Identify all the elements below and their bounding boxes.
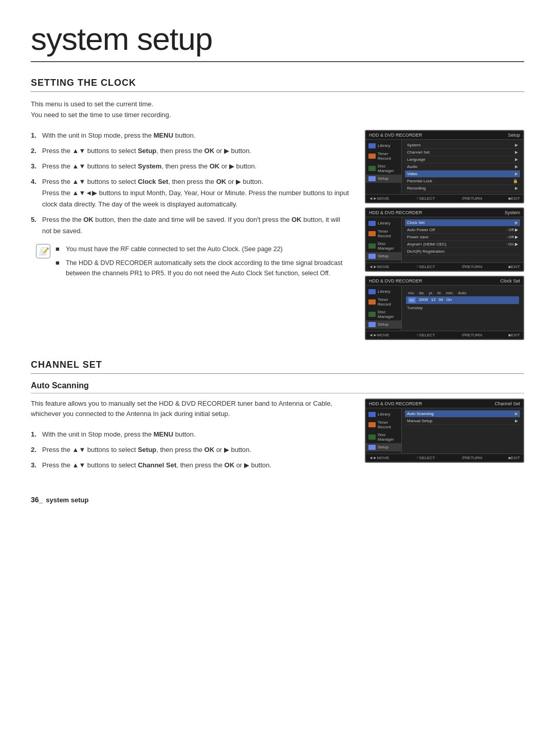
tv-screen-1-body: Library Timer Record Disc Manager S (366, 140, 523, 194)
tv-s4-timer-icon (368, 422, 376, 427)
tv-s1-row-channel: Channel Set▶ (405, 149, 520, 156)
tv-s1-footer-move: ◄►MOVE (369, 196, 389, 201)
tv-s3-val-on: On (447, 297, 452, 303)
footer-section-name: system setup (46, 496, 88, 504)
step-4-number: 4. (31, 176, 42, 210)
ch-step-2: 2. Press the ▲▼ buttons to select Setup,… (31, 444, 349, 456)
tv-s2-sidebar: Library Timer Record Disc Manager S (366, 217, 402, 262)
tv-screen-4-body: Library Timer Record Disc Manager S (366, 408, 523, 453)
tv-s4-row-auto: Auto Scanning▶ (405, 410, 520, 418)
tv-s4-header-right: Channel Set (494, 401, 520, 406)
tv-s3-footer-return: ↺RETURN (461, 333, 482, 337)
tv-s3-header-right: Clock Set (500, 278, 520, 284)
step-5: 5. Press the the OK button, then the dat… (31, 214, 349, 237)
step-2-number: 2. (31, 145, 42, 157)
tv-s3-val-2009: 2009 (419, 297, 428, 303)
tv-s4-timer: Timer Record (366, 419, 401, 431)
setting-clock-section: SETTING THE CLOCK This menu is used to s… (31, 78, 524, 344)
tv-s3-disc-icon (368, 312, 376, 317)
note-bullet-1: ■ (55, 244, 64, 255)
tv-s3-col-mo: mo. (408, 291, 415, 295)
tv-screen-1: HDD & DVD RECORDER Setup Library Timer R… (365, 130, 524, 203)
tv-s1-row-audio: Audio▶ (405, 163, 520, 171)
setting-clock-steps-col: 1. With the unit in Stop mode, press the… (31, 130, 349, 284)
tv-s1-footer-return: ↺RETURN (461, 196, 482, 201)
channel-set-content: This feature allows you to manually set … (31, 399, 524, 476)
ch-step-2-content: Press the ▲▼ buttons to select Setup, th… (42, 444, 349, 456)
tv-s3-footer: ◄►MOVE ☞SELECT ↺RETURN ■EXIT (366, 331, 523, 339)
tv-s2-setup-label: Setup (378, 254, 388, 258)
tv-s3-col-auto: Auto (458, 291, 466, 295)
note-1: ■ You must have the RF cable connected t… (55, 244, 349, 255)
tv-s2-content: Clock Set▶ Auto Power Off: Off ▶ Power s… (402, 217, 523, 262)
tv-s3-val-12: 12 (431, 297, 436, 303)
tv-s4-lib-label: Library (378, 412, 390, 417)
tv-s3-timer-icon (368, 299, 376, 305)
tv-s2-header-left: HDD & DVD RECORDER (369, 210, 422, 215)
tv-s3-values: 01 2009 12 00 On (406, 296, 519, 304)
intro-line-2: You need to set the time to use timer re… (31, 111, 171, 119)
tv-screen-4-header: HDD & DVD RECORDER Channel Set (366, 400, 523, 408)
tv-s3-footer-exit: ■EXIT (508, 333, 520, 337)
ch-step-1-number: 1. (31, 429, 42, 440)
note-2: ■ The HDD & DVD RECORDER automatically s… (55, 258, 349, 278)
tv-s1-timer-label: Timer Record (378, 152, 399, 161)
note-bullet-2: ■ (55, 258, 64, 269)
tv-s1-timer-icon (368, 154, 376, 159)
tv-s4-footer-return: ↺RETURN (461, 456, 482, 460)
note-item-1: 📝 ■ You must have the RF cable connected… (36, 244, 349, 278)
tv-s2-setup: Setup (366, 252, 401, 260)
tv-s1-setup-label: Setup (378, 176, 388, 181)
tv-screen-4-col: HDD & DVD RECORDER Channel Set Library T… (365, 399, 524, 467)
tv-s2-row-clock: Clock Set▶ (405, 219, 520, 226)
tv-s1-lib-icon (368, 143, 376, 148)
step-4-content: Press the ▲▼ buttons to select Clock Set… (42, 176, 349, 210)
step-2: 2. Press the ▲▼ buttons to select Setup,… (31, 145, 349, 157)
tv-s2-header-right: System (505, 210, 520, 215)
tv-s4-footer-select: ☞SELECT (416, 456, 435, 460)
step-1-number: 1. (31, 130, 42, 141)
ch-step-3-number: 3. (31, 460, 42, 471)
ch-step-1-content: With the unit in Stop mode, press the ME… (42, 429, 349, 440)
tv-s4-footer-move: ◄►MOVE (369, 456, 389, 460)
tv-s2-lib-label: Library (378, 221, 390, 225)
tv-s1-row-video: Video▶ (405, 171, 520, 178)
tv-s1-disc: Disc Manager (366, 162, 401, 175)
tv-s2-disc-icon (368, 243, 376, 249)
tv-s4-setup: Setup (366, 443, 401, 451)
setting-clock-steps: 1. With the unit in Stop mode, press the… (31, 130, 349, 237)
tv-s2-footer: ◄►MOVE ☞SELECT ↺RETURN ■EXIT (366, 262, 523, 271)
tv-s1-sidebar: Library Timer Record Disc Manager S (366, 140, 402, 194)
channel-set-intro: This feature allows you to manually set … (31, 399, 349, 420)
footer-page-number: 36_ (31, 496, 43, 504)
tv-s1-row-lang: Language▶ (405, 156, 520, 163)
tv-s3-timer-label: Timer Record (378, 297, 399, 307)
channel-set-title: CHANNEL SET (31, 360, 524, 374)
tv-s1-lib-label: Library (378, 143, 390, 148)
tv-s3-setup-icon (368, 322, 376, 327)
notes-box: 📝 ■ You must have the RF cable connected… (31, 244, 349, 278)
auto-scanning-title: Auto Scanning (31, 381, 524, 393)
press-the-label: Press the (42, 216, 70, 223)
note-icon: 📝 (36, 244, 50, 258)
tv-s1-timer: Timer Record (366, 150, 401, 162)
tv-s2-setup-icon (368, 254, 376, 259)
tv-s3-footer-move: ◄►MOVE (369, 333, 389, 337)
channel-set-steps-col: This feature allows you to manually set … (31, 399, 349, 476)
tv-s3-col-headers: mo. da. yr. hr. min. Auto (406, 290, 519, 296)
tv-s3-val-mo: 01 (408, 297, 416, 303)
tv-s2-lib-icon (368, 221, 376, 226)
step-2-content: Press the ▲▼ buttons to select Setup, th… (42, 145, 349, 157)
tv-screen-4: HDD & DVD RECORDER Channel Set Library T… (365, 399, 524, 463)
tv-s1-lib: Library (366, 142, 401, 150)
setting-clock-intro: This menu is used to set the current tim… (31, 99, 524, 121)
tv-s4-sidebar: Library Timer Record Disc Manager S (366, 408, 402, 453)
tv-s1-setup: Setup (366, 175, 401, 183)
tv-s1-footer: ◄►MOVE ☞SELECT ↺RETURN ■EXIT (366, 194, 523, 202)
tv-screen-3-header: HDD & DVD RECORDER Clock Set (366, 277, 523, 286)
tv-s3-header-left: HDD & DVD RECORDER (369, 278, 422, 284)
tv-s2-disc: Disc Manager (366, 240, 401, 252)
step-4: 4. Press the ▲▼ buttons to select Clock … (31, 176, 349, 210)
tv-s1-content: System▶ Channel Set▶ Language▶ Audio▶ Vi… (402, 140, 523, 194)
step-5-number: 5. (31, 214, 42, 237)
